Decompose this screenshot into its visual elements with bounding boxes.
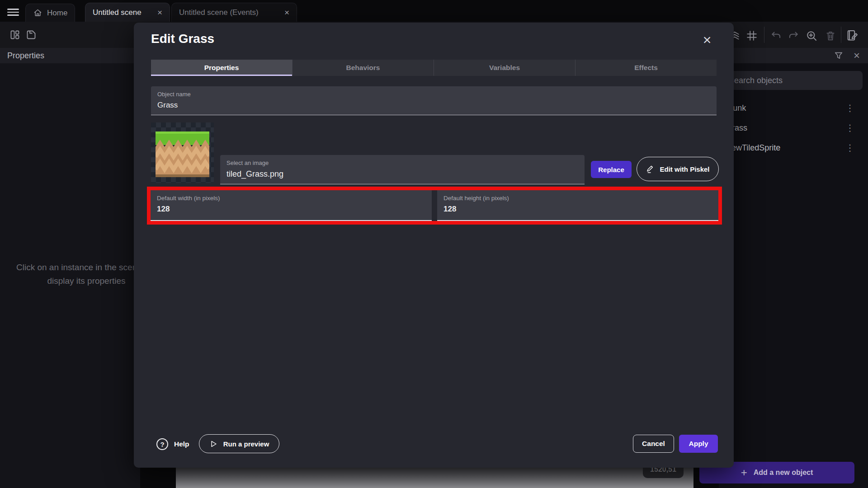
close-tab-icon[interactable]: × xyxy=(157,8,162,17)
play-icon xyxy=(209,440,218,448)
kebab-menu-icon[interactable]: ⋮ xyxy=(845,143,854,152)
object-name-field: Object name xyxy=(151,86,717,115)
default-height-label: Default height (in pixels) xyxy=(443,195,712,202)
grass-sprite-image xyxy=(156,131,209,177)
image-select-label: Select an image xyxy=(226,160,578,166)
default-width-field: Default width (in pixels) xyxy=(151,190,432,221)
left-panel-title: Properties xyxy=(7,51,44,61)
object-name: NewTiledSprite xyxy=(726,143,780,153)
edit-scene-properties-icon[interactable] xyxy=(844,28,860,43)
size-fields-highlight: Default width (in pixels) Default height… xyxy=(147,187,722,225)
run-preview-label: Run a preview xyxy=(223,440,269,448)
grid-icon[interactable] xyxy=(744,28,760,43)
default-height-field: Default height (in pixels) xyxy=(437,190,718,221)
home-icon xyxy=(33,8,42,18)
tab-untitled-scene-events[interactable]: Untitled scene (Events) × xyxy=(171,3,297,22)
cancel-button[interactable]: Cancel xyxy=(633,435,674,453)
close-tab-icon[interactable]: × xyxy=(284,8,289,17)
tab-scene-label: Untitled scene xyxy=(93,8,142,17)
zoom-in-icon[interactable] xyxy=(804,28,819,43)
replace-image-button[interactable]: Replace xyxy=(591,161,632,178)
filter-icon[interactable] xyxy=(834,51,844,61)
dialog-tab-bar: Properties Behaviors Variables Effects xyxy=(151,60,717,76)
search-objects-box xyxy=(723,71,863,90)
tab-untitled-scene[interactable]: Untitled scene × xyxy=(85,3,170,22)
object-row-grass[interactable]: Grass ⋮ xyxy=(719,119,863,137)
object-name-input[interactable] xyxy=(157,101,688,110)
default-width-input[interactable] xyxy=(157,205,415,214)
run-preview-button[interactable]: Run a preview xyxy=(199,434,279,453)
add-object-label: Add a new object xyxy=(754,469,813,477)
close-dialog-icon[interactable]: × xyxy=(698,31,716,49)
tab-behaviors[interactable]: Behaviors xyxy=(292,60,434,76)
piskel-button-label: Edit with Piskel xyxy=(660,165,709,173)
tab-properties[interactable]: Properties xyxy=(151,60,292,76)
object-row-newtiledsprite[interactable]: NewTiledSprite ⋮ xyxy=(719,139,863,157)
hamburger-menu-icon[interactable] xyxy=(5,5,23,17)
tab-events-label: Untitled scene (Events) xyxy=(179,8,259,17)
edit-grass-dialog: Edit Grass × Properties Behaviors Variab… xyxy=(134,23,734,468)
right-panel-header: × xyxy=(719,48,868,63)
object-name-label: Object name xyxy=(157,91,710,98)
redo-icon[interactable] xyxy=(786,28,801,43)
left-panel-header: Properties xyxy=(0,48,140,63)
tab-home-label: Home xyxy=(47,9,67,18)
edit-with-piskel-button[interactable]: Edit with Piskel xyxy=(637,157,719,181)
kebab-menu-icon[interactable]: ⋮ xyxy=(845,123,854,132)
close-panel-icon[interactable]: × xyxy=(854,49,860,62)
plus-icon: + xyxy=(741,466,747,479)
trash-icon[interactable] xyxy=(823,28,838,43)
empty-selection-message-line1: Click on an instance in the scene to xyxy=(16,263,151,272)
default-height-input[interactable] xyxy=(443,205,701,214)
sprite-thumbnail[interactable] xyxy=(151,122,214,183)
panels-layout-icon[interactable] xyxy=(7,27,23,42)
image-name-input[interactable] xyxy=(226,169,564,179)
toolbar-divider xyxy=(841,27,841,43)
apply-button[interactable]: Apply xyxy=(679,435,718,453)
undo-icon[interactable] xyxy=(769,28,784,43)
tab-variables[interactable]: Variables xyxy=(434,60,575,76)
tab-home[interactable]: Home xyxy=(25,4,75,22)
properties-panel: Click on an instance in the scene to dis… xyxy=(0,63,140,488)
gdevelop-app: Home Untitled scene × Untitled scene (Ev… xyxy=(0,0,868,488)
question-icon: ? xyxy=(156,438,168,450)
tab-effects[interactable]: Effects xyxy=(575,60,717,76)
object-row-trunk[interactable]: Trunk ⋮ xyxy=(719,99,863,117)
help-label: Help xyxy=(174,440,189,448)
image-select-field[interactable]: Select an image xyxy=(220,155,585,184)
pencil-icon xyxy=(646,164,655,174)
dialog-title: Edit Grass xyxy=(151,32,214,46)
save-icon[interactable] xyxy=(24,27,39,42)
default-width-label: Default width (in pixels) xyxy=(157,195,425,202)
toolbar-divider xyxy=(764,27,764,43)
top-tab-bar: Home Untitled scene × Untitled scene (Ev… xyxy=(0,0,868,22)
help-button[interactable]: ? Help xyxy=(156,438,189,450)
search-objects-input[interactable] xyxy=(723,71,863,90)
kebab-menu-icon[interactable]: ⋮ xyxy=(845,103,854,113)
